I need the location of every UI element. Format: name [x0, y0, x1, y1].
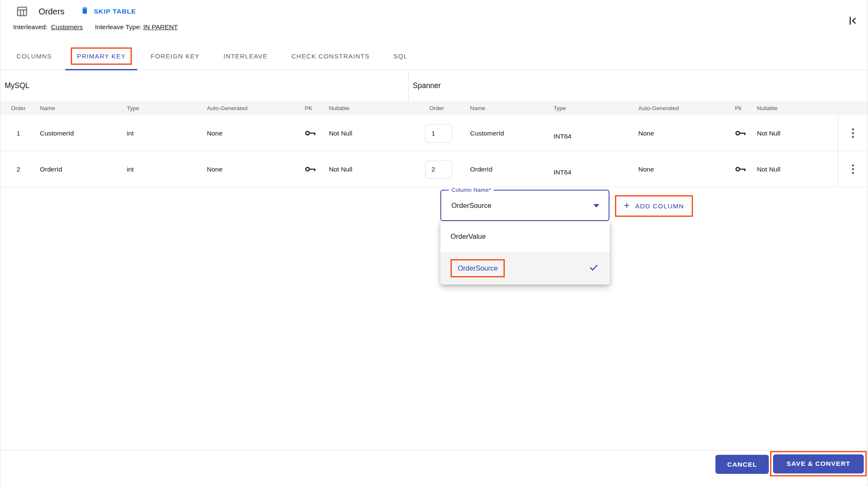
col-header-tgt-type: Type: [545, 105, 629, 111]
tgt-name-value: OrderId: [457, 166, 545, 173]
column-name-field-value: OrderSource: [451, 202, 491, 210]
add-column-highlight-box: + ADD COLUMN: [615, 195, 693, 217]
col-header-src-nullable: Nullable: [319, 105, 409, 111]
col-header-src-pk: PK: [295, 105, 319, 111]
src-autogen-value: None: [197, 130, 295, 137]
trash-icon: [81, 6, 89, 17]
skip-table-label: SKIP TABLE: [94, 8, 136, 15]
col-header-tgt-autogen: Auto-Generated: [629, 105, 725, 111]
check-icon: [588, 263, 600, 274]
src-order-value: 1: [0, 130, 30, 137]
plus-icon: +: [624, 200, 630, 211]
save-convert-highlight-box: SAVE & CONVERT: [770, 451, 867, 476]
tab-check-constraints[interactable]: CHECK CONSTRAINTS: [280, 42, 382, 70]
col-header-src-autogen: Auto-Generated: [197, 105, 295, 111]
key-icon: [725, 130, 747, 137]
row-menu-icon[interactable]: [849, 126, 857, 141]
col-header-src-name: Name: [30, 105, 117, 111]
ordersource-highlight-box: OrderSource: [451, 259, 505, 277]
add-column-label: ADD COLUMN: [635, 202, 684, 210]
target-pane-title: Spanner: [409, 71, 868, 101]
tgt-type-select[interactable]: INT64: [545, 133, 629, 140]
primary-key-panel: MySQL Spanner Order Name Type Auto-Gener…: [0, 71, 868, 450]
source-pane-title: MySQL: [0, 71, 409, 101]
key-icon: [295, 130, 319, 137]
skip-table-button[interactable]: SKIP TABLE: [81, 6, 136, 17]
save-convert-button[interactable]: SAVE & CONVERT: [773, 454, 864, 473]
tab-interleave[interactable]: INTERLEAVE: [211, 42, 279, 70]
tgt-nullable-value: Not Null: [747, 166, 838, 173]
page-title: Orders: [39, 7, 64, 17]
src-type-value: int: [117, 166, 197, 173]
src-nullable-value: Not Null: [319, 166, 409, 173]
key-icon: [725, 166, 747, 173]
column-name-field-label: Column Name*: [449, 187, 494, 193]
tab-primary-key[interactable]: PRIMARY KEY: [64, 42, 139, 70]
col-header-src-order: Order: [0, 105, 30, 111]
col-header-src-type: Type: [117, 105, 197, 111]
tgt-type-select[interactable]: INT64: [545, 169, 629, 176]
interleaved-parent-link[interactable]: Customers: [51, 23, 83, 30]
table-row: 1 CustomerId int None Not Null CustomerI…: [0, 115, 868, 151]
src-order-value: 2: [0, 166, 30, 173]
pane-titles: MySQL Spanner: [0, 71, 868, 101]
col-header-tgt-nullable: Nullable: [747, 105, 838, 111]
interleave-info: Interleaved: Customers Interleave Type:I…: [13, 23, 178, 31]
tgt-autogen-value: None: [629, 130, 725, 137]
tgt-autogen-value: None: [629, 166, 725, 173]
src-type-value: int: [117, 130, 197, 137]
tgt-nullable-value: Not Null: [747, 130, 838, 137]
target-order-input[interactable]: [425, 160, 452, 179]
chevron-down-icon: [593, 204, 599, 208]
row-menu-icon[interactable]: [849, 162, 857, 177]
interleave-type-value: IN PARENT: [143, 23, 178, 30]
src-nullable-value: Not Null: [319, 130, 409, 137]
column-name-dropdown-menu: OrderValue OrderSource: [440, 221, 610, 285]
col-header-tgt-order: Order: [409, 105, 457, 111]
target-order-input[interactable]: [425, 124, 452, 143]
key-icon: [295, 166, 319, 173]
column-name-select[interactable]: Column Name* OrderSource: [440, 190, 609, 221]
footer-bar: CANCEL SAVE & CONVERT: [0, 450, 868, 487]
menu-option-ordersource[interactable]: OrderSource: [440, 252, 610, 285]
interleave-type-label: Interleave Type:: [95, 23, 142, 30]
src-autogen-value: None: [197, 166, 295, 173]
col-header-tgt-pk: Pk: [725, 105, 747, 111]
tab-columns[interactable]: COLUMNS: [5, 42, 64, 70]
primary-key-highlight-box: PRIMARY KEY: [71, 47, 131, 65]
table-header-row: Order Name Type Auto-Generated PK Nullab…: [0, 101, 868, 115]
cancel-button[interactable]: CANCEL: [715, 455, 769, 474]
interleaved-label: Interleaved:: [13, 23, 47, 30]
menu-option-ordervalue[interactable]: OrderValue: [440, 221, 610, 252]
col-header-tgt-name: Name: [457, 105, 545, 111]
tab-bar: COLUMNS PRIMARY KEY FOREIGN KEY INTERLEA…: [0, 42, 868, 70]
src-name-value: OrderId: [30, 166, 117, 173]
src-name-value: CustomerId: [30, 130, 117, 137]
tgt-name-value: CustomerId: [457, 130, 545, 137]
table-icon: [16, 5, 28, 18]
header: Orders SKIP TABLE Interleaved: Customers…: [0, 0, 868, 42]
tab-sql[interactable]: SQL: [381, 42, 420, 70]
tab-foreign-key[interactable]: FOREIGN KEY: [139, 42, 212, 70]
add-column-button[interactable]: + ADD COLUMN: [616, 196, 692, 216]
collapse-panel-icon[interactable]: [844, 13, 861, 30]
table-row: 2 OrderId int None Not Null OrderId INT6…: [0, 151, 868, 187]
spanner-migration-table-editor: Orders SKIP TABLE Interleaved: Customers…: [0, 0, 868, 487]
